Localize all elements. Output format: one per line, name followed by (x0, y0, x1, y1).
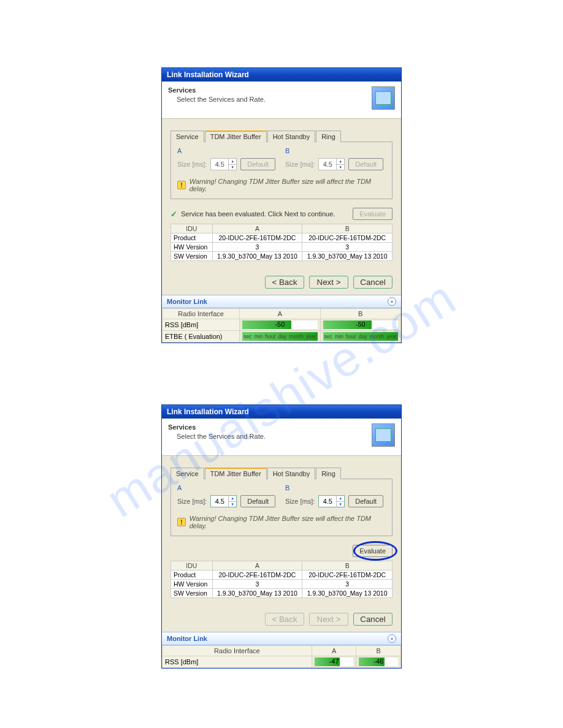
header-subtitle: Select the Services and Rate. (177, 433, 266, 440)
next-button[interactable]: Next > (309, 276, 348, 289)
monitor-link-header[interactable]: Monitor Link « (162, 295, 401, 308)
warning-text: Warning! Changing TDM Jitter Buffer size… (190, 178, 386, 192)
monitor-table: Radio InterfaceAB RSS [dBm] -47 -46 (162, 645, 401, 668)
idu-product-a: 20-IDUC-2FE-16TDM-2DC (212, 233, 302, 243)
idu-hw-a: 3 (212, 580, 302, 589)
size-a-spinner[interactable]: ▲▼ (210, 495, 237, 507)
size-b-spinner[interactable]: ▲▼ (318, 495, 345, 507)
group-b-label: B (285, 484, 386, 491)
default-a-button[interactable]: Default (240, 495, 275, 507)
idu-col-header: IDU (171, 561, 213, 571)
mon-col-a: A (312, 646, 356, 656)
collapse-icon[interactable]: « (388, 634, 396, 643)
idu-col-a: A (212, 224, 302, 233)
size-b-input (319, 159, 336, 170)
size-b-label: Size [ms]: (285, 161, 315, 168)
wizard-header: Services Select the Services and Rate. (162, 419, 401, 456)
tab-tdm-jitter-buffer[interactable]: TDM Jitter Buffer (205, 131, 267, 142)
idu-sw-label: SW Version (171, 252, 213, 261)
tab-service[interactable]: Service (170, 131, 204, 142)
idu-product-label: Product (171, 233, 213, 243)
spinner-down-icon[interactable]: ▼ (229, 502, 236, 507)
window-title: Link Installation Wizard (162, 68, 401, 82)
warning-text: Warning! Changing TDM Jitter Buffer size… (190, 515, 386, 529)
group-b-label: B (285, 147, 386, 154)
header-title: Services (168, 86, 266, 94)
monitor-link-label: Monitor Link (167, 635, 207, 642)
size-b-input[interactable] (319, 496, 336, 507)
size-a-label: Size [ms]: (177, 161, 207, 168)
monitor-link-label: Monitor Link (167, 298, 207, 305)
etbe-a-bar: secminhourdaymonthyear (242, 332, 317, 341)
size-a-label: Size [ms]: (177, 498, 207, 505)
tab-strip: Service TDM Jitter Buffer Hot Standby Ri… (170, 467, 393, 479)
default-a-button: Default (240, 158, 275, 170)
tab-hot-standby[interactable]: Hot Standby (267, 468, 316, 479)
default-b-button[interactable]: Default (348, 495, 383, 507)
wizard-window-2: Link Installation Wizard Services Select… (161, 404, 402, 669)
tab-tdm-jitter-buffer[interactable]: TDM Jitter Buffer (205, 468, 267, 479)
size-b-label: Size [ms]: (285, 498, 315, 505)
mon-col-b: B (320, 309, 400, 319)
rss-b-value: -50 (323, 320, 398, 328)
spinner-down-icon[interactable]: ▼ (337, 502, 344, 507)
tab-strip: Service TDM Jitter Buffer Hot Standby Ri… (170, 130, 393, 142)
warning-icon: ! (177, 518, 186, 526)
radio-interface-label: Radio Interface (163, 646, 312, 656)
tab-ring[interactable]: Ring (316, 131, 341, 142)
warning-icon: ! (177, 181, 186, 189)
warning-row: ! Warning! Changing TDM Jitter Buffer si… (177, 178, 386, 192)
spinner-up-icon: ▲ (337, 159, 344, 165)
check-icon: ✓ (170, 210, 177, 219)
tab-hot-standby[interactable]: Hot Standby (267, 131, 316, 142)
radio-interface-label: Radio Interface (163, 309, 240, 319)
etbe-b-bar: secminhourdaymonthyear (323, 332, 398, 341)
idu-col-header: IDU (171, 224, 213, 233)
spinner-up-icon: ▲ (229, 159, 236, 165)
next-button: Next > (309, 613, 348, 626)
spinner-down-icon: ▼ (229, 165, 236, 170)
idu-hw-label: HW Version (171, 243, 213, 252)
header-title: Services (168, 423, 266, 431)
window-title: Link Installation Wizard (162, 405, 401, 419)
evaluate-button: Evaluate (353, 208, 393, 220)
default-b-button: Default (348, 158, 383, 170)
wizard-window-1: Link Installation Wizard Services Select… (161, 67, 402, 343)
idu-product-label: Product (171, 571, 213, 580)
idu-col-b: B (302, 561, 393, 571)
cancel-button[interactable]: Cancel (353, 613, 393, 626)
idu-product-b: 20-IDUC-2FE-16TDM-2DC (302, 233, 393, 243)
collapse-icon[interactable]: « (388, 297, 396, 306)
back-button[interactable]: < Back (265, 276, 304, 289)
idu-col-a: A (212, 561, 302, 571)
highlight-circle-icon (353, 541, 397, 561)
idu-table: IDUAB Product20-IDUC-2FE-16TDM-2DC20-IDU… (170, 561, 393, 598)
idu-sw-b: 1.9.30_b3700_May 13 2010 (302, 589, 393, 598)
monitor-table: Radio InterfaceAB RSS [dBm] -50 -50 ETBE… (162, 308, 401, 343)
size-a-input[interactable] (211, 496, 228, 507)
rss-a-value: -50 (242, 320, 317, 328)
group-a-label: A (177, 147, 278, 154)
rss-label: RSS [dBm] (163, 319, 240, 331)
cancel-button[interactable]: Cancel (353, 276, 393, 289)
rss-b-value: -46 (359, 658, 398, 665)
group-a-label: A (177, 484, 278, 491)
idu-table: IDUAB Product20-IDUC-2FE-16TDM-2DC20-IDU… (170, 224, 393, 261)
monitor-link-header[interactable]: Monitor Link « (162, 632, 401, 645)
size-a-spinner: ▲▼ (210, 158, 237, 170)
idu-hw-b: 3 (302, 243, 393, 252)
rss-a-value: -47 (315, 658, 354, 665)
tab-service[interactable]: Service (170, 468, 204, 479)
size-a-input (211, 159, 228, 170)
idu-hw-a: 3 (212, 243, 302, 252)
idu-sw-a: 1.9.30_b3700_May 13 2010 (212, 252, 302, 261)
idu-product-a: 20-IDUC-2FE-16TDM-2DC (212, 571, 302, 580)
warning-row: ! Warning! Changing TDM Jitter Buffer si… (177, 515, 386, 529)
header-icon (372, 86, 395, 110)
rss-label: RSS [dBm] (163, 656, 312, 668)
spinner-up-icon[interactable]: ▲ (337, 496, 344, 502)
etbe-label: ETBE ( Evaluation) (163, 331, 240, 343)
tab-ring[interactable]: Ring (316, 468, 341, 479)
spinner-up-icon[interactable]: ▲ (229, 496, 236, 502)
eval-message: Service has been evaluated. Click Next t… (181, 210, 335, 218)
